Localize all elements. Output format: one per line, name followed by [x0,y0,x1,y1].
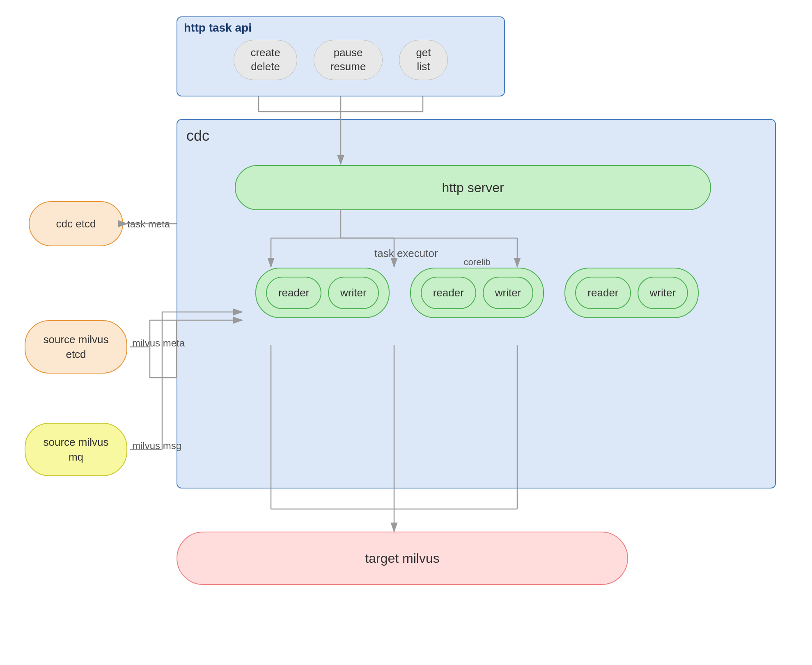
source-milvus-etcd-pill: source milvusetcd [25,320,127,374]
source-milvus-etcd-label: source milvusetcd [44,332,109,362]
cdc-etcd-label: cdc etcd [56,216,96,231]
writer-pill-2: writer [483,277,534,309]
http-server-label: http server [442,180,504,195]
milvus-msg-label: milvus msg [132,440,181,452]
writer-pill-3: writer [638,277,688,309]
source-milvus-mq-label: source milvusmq [44,435,109,465]
http-server-pill: http server [235,165,711,210]
cdc-etcd-pill: cdc etcd [29,201,123,246]
writer-pill-1: writer [328,277,379,309]
reader-pill-2: reader [421,277,476,309]
target-milvus-pill: target milvus [177,532,628,585]
cdc-box: cdc http server task executor reader wri… [177,119,776,488]
task-group-2: corelib reader writer [410,268,544,318]
http-api-title: http task api [184,21,252,34]
api-pills-container: createdelete pauseresume getlist [177,40,504,80]
get-list-pill: getlist [399,40,447,80]
task-groups-container: reader writer corelib reader writer read… [210,268,744,318]
task-group-1: reader writer [255,268,390,318]
milvus-meta-label: milvus meta [132,337,185,349]
task-meta-label: task meta [127,218,170,230]
http-task-api-box: http task api createdelete pauseresume g… [177,16,505,96]
reader-pill-1: reader [266,277,321,309]
reader-pill-3: reader [575,277,631,309]
target-milvus-label: target milvus [365,551,439,566]
cdc-title: cdc [186,127,209,144]
pause-resume-pill: pauseresume [314,40,383,80]
task-executor-label: task executor [374,247,438,260]
source-milvus-mq-pill: source milvusmq [25,423,127,476]
create-delete-pill: createdelete [234,40,297,80]
corelib-label: corelib [464,257,491,268]
task-group-3: reader writer [564,268,699,318]
